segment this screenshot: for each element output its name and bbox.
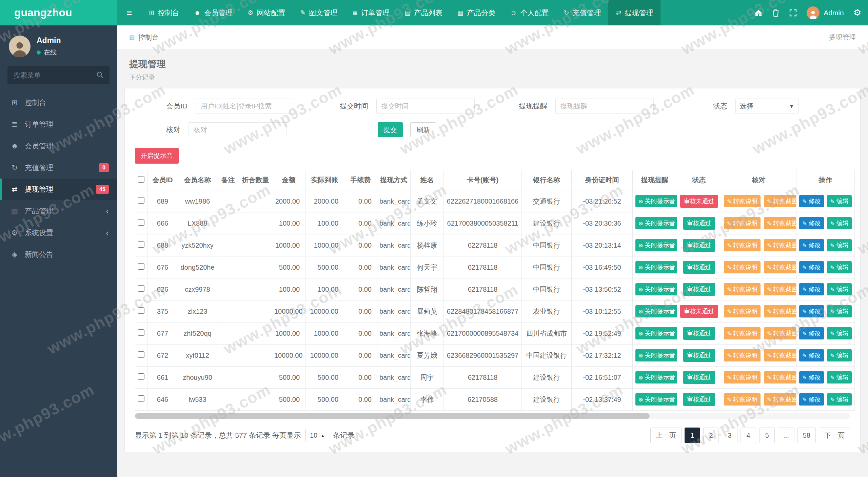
topnav-item[interactable]: ⚙ 网站配置 [240, 0, 293, 25]
modify-button[interactable]: ✎修改 [799, 349, 824, 361]
pagination-button[interactable]: 下一页 [819, 428, 850, 443]
transfer-screenshot-button[interactable]: ✎转账截图 [764, 283, 796, 295]
topnav-item[interactable]: ⇄ 提现管理 [608, 0, 660, 25]
remind-input[interactable] [555, 99, 654, 113]
member-id-input[interactable] [196, 99, 294, 113]
search-icon[interactable] [96, 71, 104, 80]
transfer-screenshot-button[interactable]: ✎转账截图 [764, 195, 796, 207]
row-checkbox[interactable] [138, 263, 144, 270]
edit-button[interactable]: ✎编辑 [827, 217, 851, 229]
status-select[interactable]: 选择 ▼ [735, 99, 798, 113]
edit-button[interactable]: ✎编辑 [827, 239, 851, 251]
close-sound-button[interactable]: ⊗关闭提示音 [635, 305, 677, 317]
close-sound-button[interactable]: ⊗关闭提示音 [635, 261, 677, 273]
enable-sound-button[interactable]: 开启提示音 [135, 148, 179, 164]
transfer-screenshot-button[interactable]: ✎转账截图 [764, 305, 796, 317]
page-size-select[interactable]: 10 ▴ [305, 429, 328, 442]
submit-button[interactable]: 提交 [378, 122, 403, 137]
avatar[interactable] [9, 36, 31, 57]
select-all-checkbox[interactable] [138, 176, 144, 183]
row-checkbox[interactable] [138, 241, 144, 248]
topnav-item[interactable]: ☻ 会员管理 [186, 0, 240, 25]
transfer-screenshot-button[interactable]: ✎转账截图 [764, 349, 796, 361]
topnav-user[interactable]: Admin [807, 6, 844, 19]
transfer-note-button[interactable]: ✎转账说明 [724, 327, 761, 339]
row-checkbox[interactable] [138, 197, 144, 204]
edit-button[interactable]: ✎编辑 [827, 327, 851, 339]
modify-button[interactable]: ✎修改 [799, 393, 824, 406]
transfer-note-button[interactable]: ✎转账说明 [724, 305, 761, 317]
trash-button[interactable] [772, 9, 780, 17]
pagination-button[interactable]: 1 [685, 428, 700, 443]
edit-button[interactable]: ✎编辑 [827, 393, 851, 406]
edit-button[interactable]: ✎编辑 [827, 305, 851, 317]
row-checkbox[interactable] [138, 307, 144, 314]
scrollbar-thumb[interactable] [135, 413, 650, 419]
sidebar-item[interactable]: ☻ 会员管理 [0, 135, 117, 157]
close-sound-button[interactable]: ⊗关闭提示音 [635, 217, 677, 229]
sidebar-item[interactable]: ⇄ 提现管理 45 [0, 179, 117, 200]
close-sound-button[interactable]: ⊗关闭提示音 [635, 393, 677, 406]
transfer-note-button[interactable]: ✎转账说明 [724, 261, 761, 273]
transfer-note-button[interactable]: ✎转账说明 [724, 283, 761, 295]
sidebar-item[interactable]: ⚙ 系统设置 ‹ [0, 222, 117, 244]
topnav-item[interactable]: ▦ 产品分类 [450, 0, 503, 25]
modify-button[interactable]: ✎修改 [799, 305, 824, 317]
transfer-screenshot-button[interactable]: ✎转账截图 [764, 371, 796, 383]
fullscreen-button[interactable] [789, 9, 797, 17]
horizontal-scrollbar[interactable] [135, 413, 850, 419]
close-sound-button[interactable]: ⊗关闭提示音 [635, 239, 677, 251]
transfer-note-button[interactable]: ✎转账说明 [724, 195, 761, 207]
brand-logo[interactable]: guangzhou [0, 0, 117, 25]
pagination-button[interactable]: 2 [703, 428, 719, 443]
sidebar-item[interactable]: ≣ 订单管理 [0, 113, 117, 135]
modify-button[interactable]: ✎修改 [799, 327, 824, 339]
edit-button[interactable]: ✎编辑 [827, 261, 851, 273]
sidebar-item[interactable]: ▥ 产品管理 ‹ [0, 200, 117, 222]
close-sound-button[interactable]: ⊗关闭提示音 [635, 195, 677, 207]
modify-button[interactable]: ✎修改 [799, 261, 824, 273]
breadcrumb-home[interactable]: ⊞ 控制台 [129, 33, 159, 42]
topnav-item[interactable]: ▤ 产品列表 [397, 0, 450, 25]
edit-button[interactable]: ✎编辑 [827, 283, 851, 295]
submit-time-input[interactable] [376, 99, 475, 113]
search-input[interactable] [7, 66, 110, 84]
transfer-screenshot-button[interactable]: ✎转账截图 [764, 239, 796, 251]
row-checkbox[interactable] [138, 395, 144, 402]
topnav-item[interactable]: ≣ 订单管理 [345, 0, 397, 25]
row-checkbox[interactable] [138, 219, 144, 226]
home-button[interactable] [754, 9, 763, 17]
modify-button[interactable]: ✎修改 [799, 283, 824, 295]
pagination-button[interactable]: 4 [741, 428, 756, 443]
transfer-screenshot-button[interactable]: ✎转账截图 [764, 393, 796, 406]
edit-button[interactable]: ✎编辑 [827, 195, 851, 207]
settings-button[interactable]: ⚙ [853, 7, 861, 18]
topnav-item[interactable]: ↻ 充值管理 [556, 0, 608, 25]
pagination-button[interactable]: 上一页 [650, 428, 682, 443]
transfer-screenshot-button[interactable]: ✎转账截图 [764, 327, 796, 339]
pagination-button[interactable]: 5 [759, 428, 775, 443]
sidebar-toggle-button[interactable]: ≡ [117, 0, 141, 25]
sidebar-item[interactable]: ↻ 充值管理 0 [0, 157, 117, 179]
topnav-item[interactable]: ☺ 个人配置 [503, 0, 556, 25]
sidebar-item[interactable]: ⊞ 控制台 [0, 92, 117, 113]
close-sound-button[interactable]: ⊗关闭提示音 [635, 349, 677, 361]
modify-button[interactable]: ✎修改 [799, 195, 824, 207]
transfer-note-button[interactable]: ✎转账说明 [724, 371, 761, 383]
transfer-note-button[interactable]: ✎转账说明 [724, 393, 761, 406]
modify-button[interactable]: ✎修改 [799, 217, 824, 229]
modify-button[interactable]: ✎修改 [799, 371, 824, 383]
pagination-button[interactable]: 58 [797, 428, 816, 443]
transfer-screenshot-button[interactable]: ✎转账截图 [764, 261, 796, 273]
pagination-button[interactable]: 3 [722, 428, 737, 443]
close-sound-button[interactable]: ⊗关闭提示音 [635, 327, 677, 339]
sidebar-item[interactable]: ◈ 新闻公告 [0, 244, 117, 265]
check-input[interactable] [189, 122, 287, 137]
row-checkbox[interactable] [138, 329, 144, 336]
transfer-note-button[interactable]: ✎转账说明 [724, 217, 761, 229]
close-sound-button[interactable]: ⊗关闭提示音 [635, 371, 677, 383]
transfer-note-button[interactable]: ✎转账说明 [724, 239, 761, 251]
pagination-button[interactable]: ... [778, 428, 794, 443]
topnav-item[interactable]: ✎ 图文管理 [293, 0, 345, 25]
row-checkbox[interactable] [138, 285, 144, 292]
